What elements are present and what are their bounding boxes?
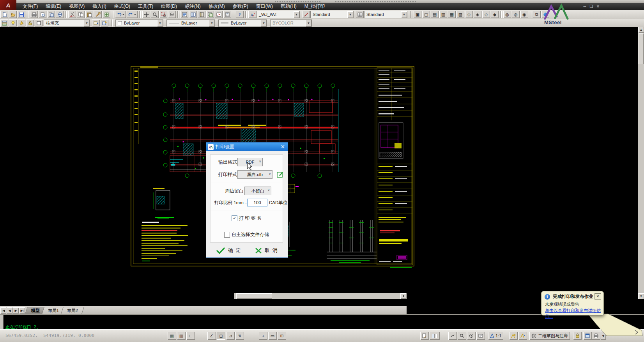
minimize-icon[interactable]: ─	[582, 4, 587, 9]
copy-icon[interactable]	[77, 11, 85, 18]
menu-dimension[interactable]: 标注(N)	[181, 3, 205, 10]
new-button[interactable]	[0, 11, 8, 18]
isometric-view-icon[interactable]: ◇	[465, 11, 473, 18]
scroll-down-icon[interactable]: ▼	[638, 293, 644, 299]
visual-style-icon[interactable]: ◍	[503, 11, 511, 18]
scale-input[interactable]: 100	[247, 199, 267, 206]
designcenter-button[interactable]	[189, 11, 197, 18]
markup-button[interactable]	[215, 11, 223, 18]
menu-file[interactable]: 文件(F)	[19, 3, 42, 10]
save-button[interactable]	[18, 11, 25, 18]
layer-combo[interactable]: 柱填充▼	[44, 19, 90, 27]
menu-edit[interactable]: 编辑(E)	[42, 3, 65, 10]
menu-insert[interactable]: 插入(I)	[88, 3, 110, 10]
snap-toggle[interactable]: ▦	[168, 332, 176, 340]
annotation-scale-control[interactable]: 1:1	[488, 332, 503, 340]
match-properties-button[interactable]	[94, 11, 102, 18]
menu-tools[interactable]: 工具(T)	[134, 3, 157, 10]
chevron-down-icon[interactable]: ▼	[157, 20, 163, 26]
menu-draw[interactable]: 绘图(D)	[157, 3, 181, 10]
plot-style-combo[interactable]: 黑白.ctb∨	[237, 170, 272, 179]
edit-style-icon[interactable]	[277, 171, 284, 178]
isometric-view-icon[interactable]: ◈	[474, 11, 481, 18]
vertical-scrollbar[interactable]: ▲ ▼	[638, 27, 644, 299]
isometric-view-icon[interactable]: ◇	[482, 11, 490, 18]
dialog-close-icon[interactable]: ✕	[281, 144, 285, 150]
dyn-toggle[interactable]: ↯	[235, 332, 244, 340]
ok-button[interactable]: 确 定	[216, 246, 241, 255]
chevron-down-icon[interactable]: ▼	[209, 20, 215, 26]
workspace-switcher[interactable]: 二维草图与注释	[529, 332, 570, 340]
sun-icon[interactable]	[18, 19, 25, 26]
zoom-tray-icon[interactable]	[458, 332, 466, 340]
vertical-scroll-thumb[interactable]	[639, 33, 644, 64]
lineweight-toggle[interactable]: ＋	[259, 332, 267, 340]
markup-tray-icon[interactable]	[420, 332, 429, 340]
view-box-icon[interactable]: ▥	[439, 11, 447, 18]
menu-format[interactable]: 格式(O)	[110, 3, 134, 10]
menu-parametric[interactable]: 参数(P)	[229, 3, 252, 10]
linetype-combo[interactable]: ByLayer▼	[166, 19, 215, 27]
ortho-toggle[interactable]: ∟	[186, 332, 195, 340]
cancel-button[interactable]: 取 消	[255, 246, 278, 255]
cut-icon[interactable]	[68, 11, 76, 18]
balloon-details-link[interactable]: 单击以查看打印和发布详细信息...	[545, 308, 603, 319]
quickcalc-button[interactable]	[223, 11, 231, 18]
plot-preview-button[interactable]	[39, 11, 46, 18]
menu-window[interactable]: 窗口(W)	[252, 3, 277, 10]
publish-button[interactable]	[47, 11, 55, 18]
scroll-left-icon[interactable]	[400, 293, 406, 299]
view-box-icon[interactable]: ▤	[431, 11, 439, 18]
tab-last-icon[interactable]: ▶|	[19, 307, 25, 314]
model-paper-toggle[interactable]: ▭	[268, 332, 277, 340]
showmotion-tray-icon[interactable]	[476, 332, 485, 340]
polar-toggle[interactable]: ∠	[207, 332, 216, 340]
layer-states-button[interactable]	[101, 19, 108, 26]
chevron-down-icon[interactable]: ▼	[306, 20, 311, 26]
zoom-realtime-button[interactable]	[151, 11, 159, 18]
chevron-down-icon[interactable]: ▼	[84, 20, 90, 26]
quickprops-toggle[interactable]: ⊞	[278, 332, 286, 340]
command-window-grip[interactable]	[0, 315, 4, 330]
table-style-icon[interactable]	[356, 11, 364, 18]
tab-first-icon[interactable]: |◀	[0, 307, 6, 314]
text-style-icon[interactable]: A	[248, 11, 256, 18]
view-box-icon[interactable]: ▧	[456, 11, 464, 18]
chevron-down-icon[interactable]: ▼	[347, 11, 353, 18]
properties-button[interactable]	[180, 11, 188, 18]
visual-style-icon[interactable]: ◉	[520, 11, 528, 18]
view-box-icon[interactable]: ▢	[422, 11, 430, 18]
otrack-toggle[interactable]: ⊿	[226, 332, 235, 340]
pan-tray-icon[interactable]	[448, 332, 457, 340]
chevron-down-icon[interactable]: ▼	[401, 11, 407, 18]
plot-style-combo[interactable]: BYCOLOR▼	[270, 19, 312, 27]
annotation-visibility-icon[interactable]	[509, 332, 518, 340]
dim-style-combo[interactable]: Standard▼	[310, 11, 354, 18]
zoom-window-button[interactable]	[159, 11, 167, 18]
menu-modify[interactable]: 修改(M)	[205, 3, 229, 10]
tool-palettes-button[interactable]	[198, 11, 205, 18]
margin-combo[interactable]: 不留白∨	[244, 187, 271, 195]
zoom-previous-button[interactable]	[168, 11, 176, 18]
grid-toggle[interactable]: ▥	[177, 332, 186, 340]
undo-button[interactable]	[115, 11, 126, 18]
autocad-app-icon[interactable]: A	[0, 0, 16, 10]
menu-view[interactable]: 视图(V)	[65, 3, 88, 10]
text-style-combo[interactable]: _WJ_WZ▼	[257, 11, 300, 18]
balloon-close-icon[interactable]: ✕	[594, 293, 601, 300]
print-signature-checkbox[interactable]: ✓	[232, 215, 237, 221]
horizontal-scrollbar[interactable]	[234, 293, 407, 299]
help-button[interactable]: ?	[236, 11, 244, 18]
lock-icon[interactable]	[26, 19, 34, 26]
coordinates-readout[interactable]: 567459.0352, -544919.7319, 0.0000	[5, 333, 94, 338]
isometric-view-icon[interactable]: ◆	[491, 11, 499, 18]
tab-next-icon[interactable]: ▶	[13, 307, 19, 314]
horizontal-scroll-thumb[interactable]	[236, 293, 272, 299]
lineweight-combo[interactable]: ByLayer▼	[218, 19, 267, 27]
sheet-icon[interactable]: ⧉	[533, 11, 541, 18]
autoscale-icon[interactable]	[518, 332, 527, 340]
open-button[interactable]	[9, 11, 17, 18]
view-box-icon[interactable]: ▣	[414, 11, 421, 18]
menu-help[interactable]: 帮助(H)	[277, 3, 301, 10]
scroll-up-icon[interactable]: ▲	[638, 27, 644, 33]
